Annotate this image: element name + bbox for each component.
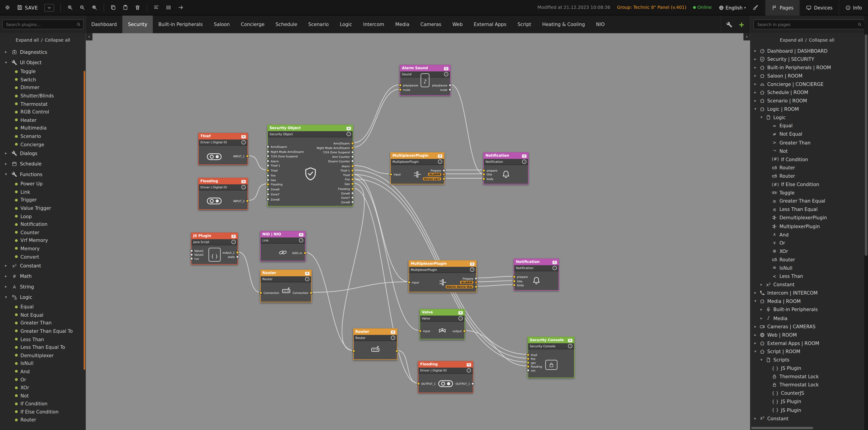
plugin-item-rgb-control[interactable]: RGB Control xyxy=(0,108,86,116)
copy-button[interactable] xyxy=(110,4,116,11)
plugin-item-switch[interactable]: Switch xyxy=(0,76,86,84)
pages-item-script-room[interactable]: ▾Script | ROOM xyxy=(750,347,864,356)
pages-item-thermostat-lock[interactable]: Thermostat Lock xyxy=(750,381,864,389)
tab-concierge[interactable]: Concierge xyxy=(235,16,270,33)
pages-item-isnull[interactable]: ≡IsNull xyxy=(750,264,864,272)
tree-section-ui-object[interactable]: ▾UI Object xyxy=(0,57,86,68)
node-open-button[interactable]: × xyxy=(522,154,526,158)
node-js-plugin[interactable]: JS Plugin×java Scripti{ }Value1Value2run… xyxy=(191,233,238,265)
node-thief[interactable]: Thief×Driver | Digital IOiINPUT_1 xyxy=(198,133,248,165)
pages-item-web-room[interactable]: ▸Web | ROOM xyxy=(750,331,864,339)
tab-heating-cooling[interactable]: Heating & Cooling xyxy=(537,16,590,33)
pages-item-constant[interactable]: ▸x²Constant xyxy=(750,281,864,289)
port-dot[interactable] xyxy=(449,84,451,86)
page-settings-button[interactable] xyxy=(726,21,733,27)
port-dot[interactable] xyxy=(267,146,269,148)
node-open-button[interactable]: × xyxy=(467,363,471,366)
info-icon[interactable]: i xyxy=(241,185,246,189)
plugin-item-multimedia[interactable]: Multimedia xyxy=(0,124,86,132)
port-dot[interactable] xyxy=(237,251,239,254)
info-icon[interactable]: i xyxy=(467,368,471,373)
pages-item-less-than-equal[interactable]: ≤Less Than Equal xyxy=(750,205,864,214)
port-dot[interactable] xyxy=(246,155,249,157)
info-icon[interactable]: i xyxy=(444,72,448,76)
port-dot[interactable] xyxy=(267,183,269,186)
node-router-1[interactable]: Router×RouteriConnectionConnection xyxy=(260,270,312,302)
port-dot[interactable] xyxy=(351,183,354,185)
zoom-in-button[interactable] xyxy=(67,4,73,11)
info-icon[interactable]: i xyxy=(299,238,303,243)
plugin-item-greater-than-equal-to[interactable]: Greater Than Equal To xyxy=(0,327,86,335)
plugin-item-link[interactable]: Link xyxy=(0,188,86,196)
plugin-item-or[interactable]: Or xyxy=(0,375,86,383)
node-security-object[interactable]: Security Object×Security ObjectiArm/Disa… xyxy=(268,125,353,207)
pages-item-greater-than[interactable]: >Greater Than xyxy=(750,139,864,147)
port-dot[interactable] xyxy=(527,354,529,356)
port-dot[interactable] xyxy=(351,174,354,176)
port-dot[interactable] xyxy=(351,160,354,162)
tree-section-diagnostics[interactable]: ▸Diagnostics xyxy=(0,47,86,57)
plugin-item-if-condition[interactable]: If Condition xyxy=(0,400,86,408)
plugin-item-power-up[interactable]: Power Up xyxy=(0,180,86,188)
pages-item-router[interactable]: Router xyxy=(750,163,864,172)
tab-security[interactable]: Security xyxy=(123,16,153,33)
port-dot[interactable] xyxy=(351,201,354,203)
plugin-item-scenario[interactable]: Scenario xyxy=(0,132,86,141)
pages-item-counterjs[interactable]: { }CounterJS xyxy=(750,389,864,397)
info-icon[interactable]: i xyxy=(522,159,526,164)
pages-item-schedule-room[interactable]: ▸Schedule | ROOM xyxy=(750,88,864,97)
node-open-button[interactable]: × xyxy=(470,262,474,266)
group-label[interactable]: Group: Technic 8" Panel (v.401) xyxy=(617,5,686,10)
tree-section-functions[interactable]: ▾Functions xyxy=(0,169,86,180)
port-dot[interactable] xyxy=(513,280,515,282)
pages-item-concierge-concierge[interactable]: ▸Concierge | CONCIERGE xyxy=(750,80,864,88)
port-dot[interactable] xyxy=(246,200,249,202)
node-open-button[interactable]: × xyxy=(553,260,557,264)
panel-tab-devices[interactable]: Devices xyxy=(800,0,839,15)
pages-item-dashboard-dashboard[interactable]: ▸Dashboard | DASHBOARD xyxy=(750,47,864,55)
pages-item-built-in-peripherals[interactable]: ▸Built-in Peripherals xyxy=(750,306,864,314)
tab-saloon[interactable]: Saloon xyxy=(208,16,235,33)
scroll-left-button[interactable]: ‹ xyxy=(86,33,92,40)
port-dot[interactable] xyxy=(304,252,306,254)
plugin-item-equal[interactable]: Equal xyxy=(0,303,86,311)
port-dot[interactable] xyxy=(351,192,354,194)
plugin-item-not[interactable]: Not xyxy=(0,392,86,400)
node-notification-1[interactable]: Notification×Notificationipreparetitlebo… xyxy=(483,152,529,184)
node-multiplexer-1[interactable]: MultiplexerPlugin×MultiplexerPluginiinpu… xyxy=(391,152,445,184)
node-flooding-bottom[interactable]: Flooding×Driver | Digital IOiOUTPUT_1OUT… xyxy=(418,361,473,393)
node-notification-2[interactable]: Notification×Notificationipreparetitlebo… xyxy=(514,258,559,291)
pages-item-external-apps-room[interactable]: ▸External Apps | ROOM xyxy=(750,339,864,347)
forward-button[interactable] xyxy=(178,4,184,11)
plugin-item-less-than[interactable]: Less Than xyxy=(0,335,86,343)
port-dot[interactable] xyxy=(472,382,474,385)
tree-section-logic[interactable]: ▾Logic xyxy=(0,292,86,303)
pages-hscrollbar[interactable] xyxy=(751,427,813,429)
pages-item-scripts[interactable]: ▾Scripts xyxy=(750,356,864,364)
tree-section-math[interactable]: ▸#Math xyxy=(0,271,86,282)
port-dot[interactable] xyxy=(267,179,269,181)
node-open-button[interactable]: × xyxy=(346,127,351,130)
info-icon[interactable]: i xyxy=(458,316,463,320)
collapse-all-link[interactable]: Collapse all xyxy=(45,37,70,42)
node-open-button[interactable]: × xyxy=(241,180,246,183)
pages-search-input[interactable] xyxy=(754,22,864,27)
plugin-item-concierge[interactable]: Concierge xyxy=(0,140,86,148)
plugin-item-loop[interactable]: Loop xyxy=(0,212,86,220)
port-dot[interactable] xyxy=(408,281,410,283)
port-dot[interactable] xyxy=(267,188,269,191)
align-button[interactable] xyxy=(153,4,159,11)
tab-schedule[interactable]: Schedule xyxy=(270,16,303,33)
language-selector[interactable]: English ▾ xyxy=(718,5,746,10)
pages-item-saloon-room[interactable]: ▸Saloon | ROOM xyxy=(750,72,864,80)
pages-item-equal[interactable]: =Equal xyxy=(750,122,864,130)
pages-item-cameras-cameras[interactable]: ▸Cameras | CAMERAS xyxy=(750,322,864,331)
tree-section-constant[interactable]: ▸x²Constant xyxy=(0,261,86,271)
tab-cameras[interactable]: Cameras xyxy=(415,16,447,33)
tab-logic[interactable]: Logic xyxy=(334,16,358,33)
pages-item-intercom-intercom[interactable]: ▸Intercom | INTERCOM xyxy=(750,289,864,297)
tab-web[interactable]: Web xyxy=(447,16,468,33)
pages-item-thermostat-lock[interactable]: Thermostat Lock xyxy=(750,372,864,381)
pages-item-greater-than-equal[interactable]: ≥Greater Than Equal xyxy=(750,197,864,205)
port-dot[interactable] xyxy=(419,330,421,332)
